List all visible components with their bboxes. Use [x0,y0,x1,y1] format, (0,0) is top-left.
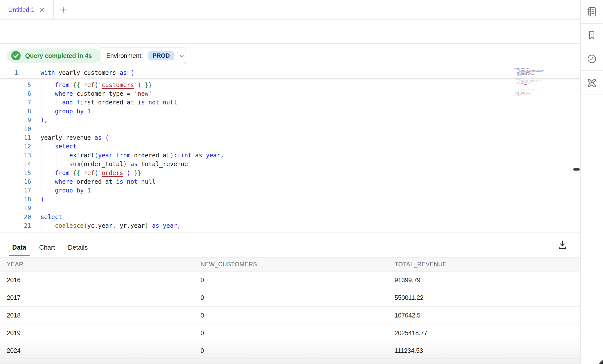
code-token: sum [69,161,80,168]
code-text: group by 1 [31,108,91,115]
table-cell: 0 [194,294,388,301]
sidebar-item-notebook[interactable] [581,0,603,24]
line-number: 10 [0,126,31,133]
code-text: ) [31,196,44,203]
column-header-total_revenue: TOTAL_REVENUE [388,261,580,268]
results-tab-details[interactable]: Details [64,240,91,255]
line-number: 20 [0,214,31,221]
right-sidebar [580,0,603,364]
code-token: ( [80,161,84,168]
code-token: ) [41,117,44,124]
code-token: 'new' [134,90,152,97]
code-token: , [44,117,48,124]
code-token [41,187,55,194]
code-line-16: 16 where ordered_at is not null [0,177,580,186]
sidebar-item-ai-assistant[interactable] [581,71,603,94]
code-text: select [31,214,62,221]
code-text: where ordered_at is not null [31,178,155,185]
line-number: 1 [0,69,31,76]
code-token [41,90,55,97]
code-line-12: 12 select [0,142,580,151]
results-panel: DataChartDetails YEARNEW_CUSTOMERSTOTAL_… [0,232,580,364]
code-text: group by 1 [31,187,91,194]
line-number: 5 [0,82,31,89]
code-token: as year [148,222,177,229]
code-token: ordered_at [130,152,170,159]
table-row: 20170550011.22 [0,289,580,307]
check-circle-icon [11,51,21,61]
resize-corner-handle[interactable] [599,360,603,364]
code-token: ' [98,170,101,177]
line-number: 19 [0,205,31,212]
code-token: group by [55,108,84,115]
code-token: from [55,170,69,177]
code-token: yearly_customers [55,69,120,76]
editor-minimap[interactable]: with yearly_customers as ( select extrac… [514,68,544,97]
results-table-header: YEARNEW_CUSTOMERSTOTAL_REVENUE [0,257,580,272]
line-number: 7 [0,99,31,106]
code-line-21: 21 coalesce(yc.year, yr.year) as year, [0,221,580,230]
code-token: from [55,82,69,89]
query-status-badge: Query completed in 4s [7,48,101,63]
code-line-22: 22 coalesce(yc.new_customers, 0) as new_… [0,230,580,232]
clock-icon [586,53,598,65]
code-text: and first_ordered_at is not null [31,99,177,106]
code-token: where [55,178,73,185]
ref-model-link[interactable]: orders [102,170,123,177]
line-number: 6 [0,90,31,97]
code-token: ref [84,170,94,177]
download-icon[interactable] [557,239,568,250]
results-tab-chart[interactable]: Chart [36,240,58,255]
code-token: }} [141,82,152,89]
code-line-13: 13 extract(year from ordered_at)::int as… [0,151,580,160]
code-token [41,170,55,177]
sidebar-item-history[interactable] [581,47,603,71]
code-token [41,143,55,150]
environment-value-badge: PROD [148,51,174,60]
code-token: {{ [69,170,84,177]
line-number: 22 [0,231,31,232]
code-token: yc.year, yr.year [87,222,145,229]
environment-selector[interactable]: Environment: PROD [100,47,186,64]
ref-model-link[interactable]: customers [102,82,134,89]
code-token: ) [123,161,127,168]
close-tab-icon[interactable] [40,7,45,13]
code-token: ordered_at [73,178,116,185]
query-status-text: Query completed in 4s [25,52,92,59]
code-token: new_customers, [170,231,224,232]
sql-editor[interactable]: Query completed in 4s Environment: PROD … [0,44,580,232]
new-tab-button[interactable] [60,6,67,13]
code-text: with yearly_customers as ( [31,69,134,76]
code-token: }} [130,170,141,177]
code-token: ref [84,82,94,89]
code-token: , [177,222,181,229]
code-token: ( [84,231,87,232]
horizontal-scrollbar[interactable] [0,359,580,364]
line-number: 9 [0,117,31,124]
code-token: yc.new_customers, [87,231,152,232]
editor-toolbar: Develop Run [0,20,580,44]
code-token: select [55,143,77,150]
table-cell: 91399.79 [388,276,580,284]
code-line-6: 6 where customer_type = 'new' [0,89,580,98]
code-token: yearly_revenue [41,134,95,141]
code-line-11: 11yearly_revenue as ( [0,133,580,142]
code-token [41,222,55,229]
sidebar-item-bookmarks[interactable] [581,24,603,47]
table-cell: 2018 [0,312,194,319]
tab-untitled-1[interactable]: Untitled 1 [0,0,54,19]
code-token: ' [123,170,127,177]
x-sparkle-icon [586,77,598,89]
results-tab-data[interactable]: Data [9,240,30,255]
table-cell: 2017 [0,294,194,301]
line-number: 13 [0,152,31,159]
code-token: ' [98,82,101,89]
code-token: as ( [120,69,134,76]
line-number: 14 [0,161,31,168]
table-cell: 0 [194,312,388,319]
code-token: is not null [138,99,177,106]
code-token: 0 [152,231,155,232]
line-number: 21 [0,222,31,229]
code-token: with [41,69,55,76]
code-token: coalesce [55,231,84,232]
